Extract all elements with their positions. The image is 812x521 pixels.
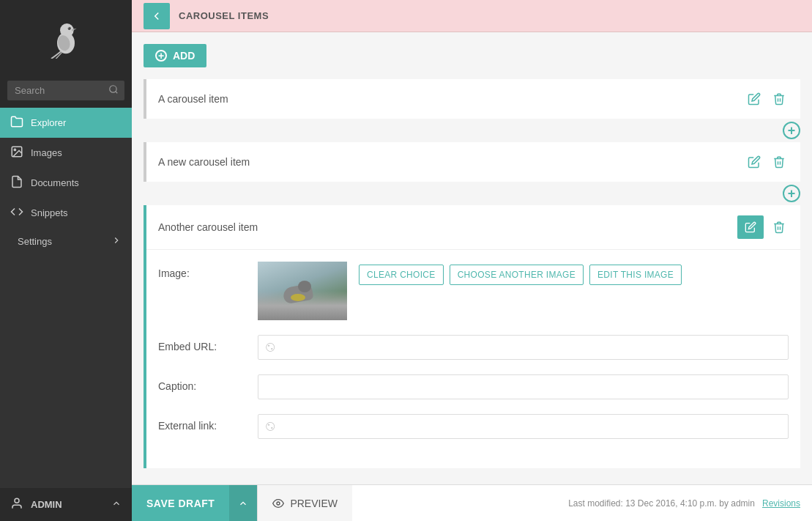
person-icon	[10, 497, 23, 512]
snippet-icon	[10, 205, 23, 221]
carousel-item-2: A new carousel item	[144, 142, 800, 182]
carousel-item-3: Another carousel item	[144, 205, 800, 468]
svg-line-7	[116, 92, 118, 94]
sidebar-item-explorer[interactable]: Explorer	[0, 108, 132, 138]
svg-point-6	[110, 86, 116, 92]
image-preview	[258, 262, 347, 320]
sidebar-item-label: Images	[31, 147, 62, 158]
carousel-item-1-wrapper: A carousel item	[144, 79, 800, 142]
sidebar-logo	[0, 0, 132, 73]
save-draft-button[interactable]: SAVE DRAFT	[132, 485, 229, 521]
edit-carousel-item-1-button[interactable]	[745, 89, 764, 108]
embed-url-field-row: Embed URL: ⚇	[158, 335, 789, 360]
svg-point-12	[277, 502, 280, 505]
delete-carousel-item-3-button[interactable]	[770, 218, 789, 237]
search-button[interactable]	[108, 84, 119, 97]
trash-icon	[772, 155, 786, 169]
carousel-item-1: A carousel item	[144, 79, 800, 119]
wagtail-logo-icon	[44, 15, 88, 59]
delete-carousel-item-2-button[interactable]	[770, 152, 789, 171]
image-label: Image:	[158, 262, 246, 279]
edit-carousel-item-2-button[interactable]	[745, 152, 764, 171]
revisions-link[interactable]: Revisions	[762, 498, 800, 509]
sidebar-item-documents[interactable]: Documents	[0, 168, 132, 198]
add-carousel-item-button[interactable]: + ADD	[144, 44, 206, 67]
svg-point-9	[14, 149, 15, 150]
caption-label: Caption:	[158, 374, 246, 392]
chevron-right-icon	[111, 235, 122, 248]
edit-carousel-item-3-button[interactable]	[737, 215, 764, 239]
search-input[interactable]	[7, 81, 124, 100]
add-between-2-button[interactable]: +	[783, 185, 800, 202]
clear-choice-button[interactable]: CLEAR CHOICE	[359, 265, 444, 285]
choose-another-image-button[interactable]: CHOOSE ANOTHER IMAGE	[450, 265, 584, 285]
svg-point-4	[68, 27, 69, 28]
carousel-item-3-title: Another carousel item	[158, 221, 258, 233]
sidebar-item-images[interactable]: Images	[0, 138, 132, 168]
add-between-1-button[interactable]: +	[783, 122, 800, 139]
search-icon	[108, 84, 119, 95]
pencil-icon	[748, 155, 761, 169]
sidebar-item-settings[interactable]: Settings	[0, 228, 132, 255]
sidebar-bottom-user[interactable]: ADMIN	[0, 488, 132, 521]
add-between-2: +	[144, 182, 800, 205]
image-area: CLEAR CHOICE CHOOSE ANOTHER IMAGE EDIT T…	[258, 262, 789, 320]
caption-input[interactable]	[258, 374, 789, 399]
carousel-item-2-wrapper: A new carousel item	[144, 142, 800, 205]
modified-info: Last modified: 13 Dec 2016, 4:10 p.m. by…	[352, 498, 812, 509]
sidebar-item-label: Explorer	[31, 117, 66, 128]
page-title: CAROUSEL ITEMS	[179, 10, 269, 21]
chevron-up-icon	[111, 498, 122, 511]
sidebar-search-section	[0, 73, 132, 108]
sidebar-item-label: Snippets	[31, 207, 68, 218]
save-draft-expand-button[interactable]	[229, 485, 257, 521]
add-button-label: ADD	[173, 50, 195, 62]
sidebar: Explorer Images Documents	[0, 0, 132, 521]
external-link-label: External link:	[158, 414, 246, 432]
sidebar-item-label: Documents	[31, 177, 79, 188]
chevron-left-icon	[150, 10, 163, 23]
edit-this-image-button[interactable]: EDIT THIS IMAGE	[589, 265, 682, 285]
carousel-item-1-title: A carousel item	[158, 93, 228, 105]
delete-carousel-item-1-button[interactable]	[770, 89, 789, 108]
chevron-up-icon	[238, 498, 248, 509]
modified-text: Last modified: 13 Dec 2016, 4:10 p.m. by…	[568, 498, 755, 509]
main-content: CAROUSEL ITEMS + ADD A carousel item	[132, 0, 812, 521]
sidebar-toggle-button[interactable]	[144, 3, 170, 29]
carousel-item-3-wrapper: Another carousel item	[144, 205, 800, 468]
eye-icon	[272, 498, 284, 509]
sidebar-item-label: Settings	[18, 236, 52, 247]
document-icon	[10, 175, 23, 191]
svg-point-3	[68, 27, 71, 30]
preview-label: PREVIEW	[290, 498, 338, 509]
plus-circle-icon: +	[155, 50, 167, 62]
carousel-item-2-title: A new carousel item	[158, 156, 250, 168]
folder-icon	[10, 115, 23, 130]
sidebar-nav: Explorer Images Documents	[0, 108, 132, 488]
carousel-item-3-header: Another carousel item	[146, 205, 800, 249]
embed-url-label: Embed URL:	[158, 335, 246, 352]
image-field-row: Image:	[158, 262, 789, 320]
embed-url-input[interactable]	[258, 335, 789, 360]
content-area: + ADD A carousel item	[132, 32, 812, 484]
pencil-icon	[745, 221, 756, 233]
carousel-item-2-header: A new carousel item	[146, 142, 800, 182]
carousel-item-3-body: Image:	[146, 249, 800, 468]
preview-button[interactable]: PREVIEW	[257, 485, 352, 521]
topbar: CAROUSEL ITEMS	[132, 0, 812, 32]
bottombar: SAVE DRAFT PREVIEW Last modified: 13 Dec…	[132, 484, 812, 521]
sidebar-item-snippets[interactable]: Snippets	[0, 198, 132, 228]
add-between-1: +	[144, 119, 800, 142]
trash-icon	[772, 221, 786, 234]
svg-point-11	[15, 498, 19, 503]
pencil-icon	[748, 92, 761, 106]
carousel-item-1-header: A carousel item	[146, 79, 800, 119]
external-link-field-row: External link: ⚇	[158, 414, 789, 439]
svg-point-1	[60, 23, 74, 37]
username-label: ADMIN	[31, 499, 104, 510]
external-link-input[interactable]	[258, 414, 789, 439]
image-action-buttons: CLEAR CHOICE CHOOSE ANOTHER IMAGE EDIT T…	[359, 262, 682, 285]
trash-icon	[772, 92, 786, 106]
image-icon	[10, 145, 23, 160]
caption-field-row: Caption:	[158, 374, 789, 399]
